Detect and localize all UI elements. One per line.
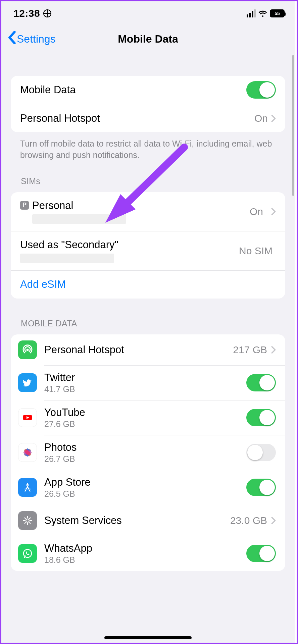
sim-secondary-label: Used as "Secondary" — [20, 239, 239, 251]
mobile-data-toggle[interactable] — [246, 81, 276, 99]
photos-icon — [18, 443, 37, 462]
sims-header: SIMs — [11, 161, 285, 190]
app-name: Twitter — [44, 372, 239, 384]
app-usage: 18.6 GB — [44, 555, 239, 565]
svg-point-0 — [27, 348, 29, 351]
chevron-right-icon — [271, 346, 276, 354]
sim-secondary-row[interactable]: Used as "Secondary" No SIM — [11, 231, 285, 270]
wifi-icon — [258, 10, 267, 17]
whatsapp-icon — [18, 544, 37, 563]
personal-hotspot-value: On — [254, 113, 268, 124]
nav-bar: Settings Mobile Data — [1, 25, 295, 52]
app-name: Personal Hotspot — [44, 344, 226, 356]
app-name: Photos — [44, 441, 239, 453]
personal-hotspot-row[interactable]: Personal Hotspot On — [11, 104, 285, 132]
chevron-right-icon — [271, 517, 276, 525]
cellular-signal-icon — [247, 9, 256, 17]
app-usage: 41.7 GB — [44, 384, 239, 394]
sim-secondary-value: No SIM — [239, 245, 272, 257]
sim-secondary-redacted — [20, 254, 114, 263]
app-toggle[interactable] — [246, 444, 276, 461]
app-row-photos: Photos26.7 GB — [11, 435, 285, 470]
app-row-youtube: YouTube27.6 GB — [11, 400, 285, 435]
app-toggle[interactable] — [246, 409, 276, 426]
sim-personal-label: Personal — [32, 200, 250, 212]
svg-point-10 — [26, 519, 29, 522]
app-name: App Store — [44, 476, 239, 488]
add-esim-row[interactable]: Add eSIM — [11, 270, 285, 299]
chevron-left-icon — [7, 31, 16, 47]
app-row-hotspot[interactable]: Personal Hotspot217 GB — [11, 334, 285, 365]
app-row-appstore: App Store26.5 GB — [11, 470, 285, 505]
app-value: 217 GB — [233, 344, 267, 356]
status-time: 12:38 — [13, 8, 40, 19]
app-row-twitter: Twitter41.7 GB — [11, 366, 285, 400]
app-usage: 26.5 GB — [44, 489, 239, 499]
battery-icon: 55 — [270, 9, 285, 17]
mobile-data-section-header: MOBILE DATA — [11, 299, 285, 332]
app-row-whatsapp: WhatsApp18.6 GB — [11, 536, 285, 571]
app-toggle[interactable] — [246, 479, 276, 496]
app-value: 23.0 GB — [230, 515, 267, 526]
app-name: System Services — [44, 515, 223, 527]
back-label: Settings — [17, 33, 56, 45]
youtube-icon — [18, 408, 37, 427]
sim-personal-redacted — [32, 214, 126, 224]
app-usage: 27.6 GB — [44, 419, 239, 429]
app-toggle[interactable] — [246, 374, 276, 391]
mobile-data-row: Mobile Data — [11, 76, 285, 104]
add-esim-label: Add eSIM — [20, 278, 66, 290]
globe-icon — [43, 9, 51, 17]
back-button[interactable]: Settings — [7, 31, 56, 47]
sim-personal-row[interactable]: P Personal On — [11, 192, 285, 231]
scrollbar[interactable] — [292, 55, 294, 196]
home-indicator[interactable] — [104, 636, 192, 639]
hotspot-icon — [18, 340, 37, 359]
app-row-system[interactable]: System Services23.0 GB — [11, 505, 285, 536]
app-name: WhatsApp — [44, 542, 239, 554]
system-icon — [18, 511, 37, 530]
mobile-data-footer: Turn off mobile data to restrict all dat… — [11, 132, 285, 161]
app-usage: 26.7 GB — [44, 454, 239, 464]
app-data-usage-group: Personal Hotspot217 GBTwitter41.7 GBYouT… — [11, 334, 285, 571]
app-name: YouTube — [44, 407, 239, 419]
chevron-right-icon — [271, 114, 276, 122]
appstore-icon — [18, 478, 37, 497]
personal-hotspot-label: Personal Hotspot — [20, 112, 254, 124]
twitter-icon — [18, 373, 37, 392]
sim-personal-value: On — [250, 206, 263, 217]
status-bar: 12:38 55 — [1, 1, 295, 25]
sims-group: P Personal On Used as "Secondary" — [11, 192, 285, 299]
app-toggle[interactable] — [246, 545, 276, 562]
chevron-right-icon — [271, 208, 276, 216]
sim-badge-icon: P — [20, 201, 29, 210]
mobile-data-group: Mobile Data Personal Hotspot On — [11, 76, 285, 132]
mobile-data-label: Mobile Data — [20, 84, 246, 96]
